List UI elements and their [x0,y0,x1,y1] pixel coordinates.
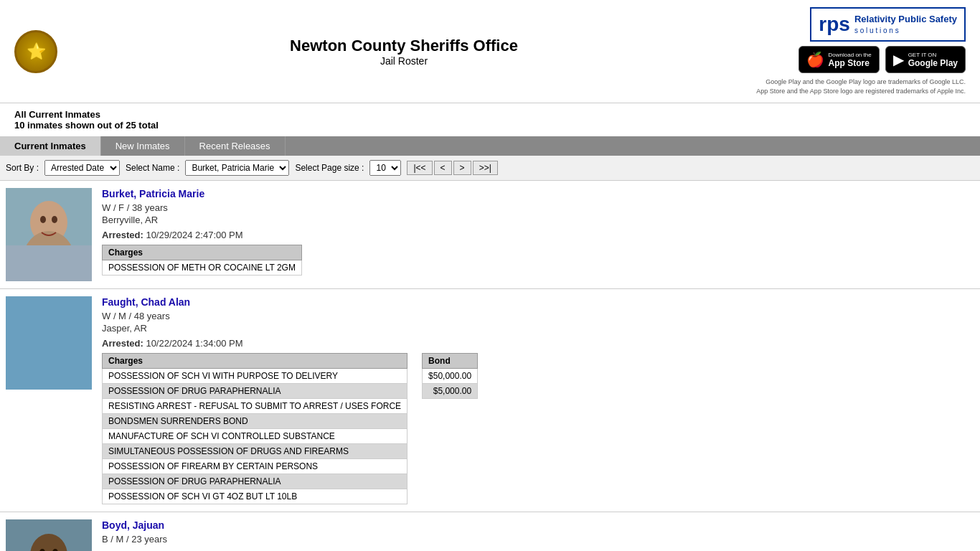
inmate-details: Burket, Patricia Marie W / F / 38 years … [102,188,974,281]
sheriff-badge-icon: ⭐ [14,30,57,73]
charge-item: BONDSMEN SURRENDERS BOND [103,414,407,429]
site-title: Newton County Sheriffs Office [72,37,736,55]
inmate-name[interactable]: Burket, Patricia Marie [102,188,974,199]
inmate-location: , [102,546,974,551]
header-left: ⭐ [14,30,72,73]
inmate-arrested: Arrested: 10/29/2024 2:47:00 PM [102,230,974,240]
bond-header: Bond [423,354,478,369]
inmate-photo [6,188,92,281]
app-buttons: 🍎 Download on the App Store ▶ GET IT ON … [798,46,966,73]
inmates-count-line1: All Current Inmates [14,109,966,120]
apple-appstore-button[interactable]: 🍎 Download on the App Store [798,46,880,73]
last-page-button[interactable]: >>| [473,161,498,175]
tabs-bar: Current Inmates New Inmates Recent Relea… [0,136,980,156]
inmate-demographics: W / M / 48 years [102,311,974,321]
controls-bar: Sort By : Arrested Date Select Name : Bu… [0,156,980,181]
tab-new-inmates[interactable]: New Inmates [101,136,185,156]
app-disclaimer: Google Play and the Google Play logo are… [756,77,966,95]
table-row: Burket, Patricia Marie W / F / 38 years … [0,181,980,289]
prev-page-button[interactable]: < [434,161,452,175]
bond-table: Bond $50,000.00 $5,000.00 [422,353,478,399]
svg-point-3 [40,216,46,223]
sort-by-select[interactable]: Arrested Date [44,160,120,176]
charge-item: POSSESSION OF DRUG PARAPHERNALIA [103,384,407,399]
info-bar: All Current Inmates 10 inmates shown out… [0,103,980,136]
charges-table: Charges POSSESSION OF METH OR COCAINE LT… [102,245,302,276]
charge-item: POSSESSION OF SCH VI GT 4OZ BUT LT 10LB [103,489,407,504]
page-size-select[interactable]: 10 25 50 [369,160,401,176]
pagination-controls: |<< < > >>| [407,161,497,175]
inmate-details: Faught, Chad Alan W / M / 48 years Jaspe… [102,296,974,504]
inmate-photo [6,519,92,551]
charges-bond-section: Charges POSSESSION OF METH OR COCAINE LT… [102,245,974,276]
charge-item: POSSESSION OF METH OR COCAINE LT 2GM [103,260,302,276]
google-big-text: Google Play [908,58,958,68]
rps-letters: rps [819,13,850,36]
inmate-location: Berryville, AR [102,215,974,225]
rps-title-line1: Relativity Public Safety [854,14,957,26]
inmate-name[interactable]: Boyd, Jajuan [102,519,974,531]
apple-small-text: Download on the [829,52,872,58]
charges-bond-section: Charges POSSESSION OF SCH VI WITH PURPOS… [102,353,974,504]
select-name-label: Select Name : [126,163,179,173]
rps-logo: rps Relativity Public Safety s o l u t i… [810,7,966,42]
inmate-demographics: W / F / 38 years [102,202,974,213]
table-row: Faught, Chad Alan W / M / 48 years Jaspe… [0,289,980,512]
google-small-text: GET IT ON [908,52,958,58]
google-play-button[interactable]: ▶ GET IT ON Google Play [885,46,966,73]
header-center: Newton County Sheriffs Office Jail Roste… [72,37,736,67]
apple-big-text: App Store [829,58,872,68]
rps-text: Relativity Public Safety s o l u t i o n… [854,14,957,35]
inmates-count-line2: 10 inmates shown out of 25 total [14,120,966,131]
bond-item: $5,000.00 [423,384,478,399]
site-subtitle: Jail Roster [72,55,736,67]
charges-header: Charges [103,354,407,369]
name-select[interactable]: Burket, Patricia Marie [185,160,289,176]
charge-item: POSSESSION OF FIREARM BY CERTAIN PERSONS [103,459,407,474]
table-row: Boyd, Jajuan B / M / 23 years , Arrested… [0,512,980,551]
tab-recent-releases[interactable]: Recent Releases [185,136,286,156]
bond-item: $50,000.00 [423,369,478,384]
inmate-list: Burket, Patricia Marie W / F / 38 years … [0,181,980,551]
charge-item: POSSESSION OF DRUG PARAPHERNALIA [103,474,407,489]
svg-rect-5 [6,245,92,281]
inmate-details: Boyd, Jajuan B / M / 23 years , Arrested… [102,519,974,551]
inmate-demographics: B / M / 23 years [102,534,974,545]
charge-item: POSSESSION OF SCH VI WITH PURPOSE TO DEL… [103,369,407,384]
first-page-button[interactable]: |<< [407,161,432,175]
inmate-location: Jasper, AR [102,323,974,334]
rps-title-line2: s o l u t i o n s [854,26,957,35]
sort-by-label: Sort By : [6,163,39,173]
inmate-arrested: Arrested: 10/22/2024 1:34:00 PM [102,338,974,349]
apple-icon: 🍎 [806,51,824,68]
inmate-photo-placeholder [6,296,92,390]
google-icon: ▶ [893,51,904,68]
header-right: rps Relativity Public Safety s o l u t i… [736,7,966,95]
charge-item: MANUFACTURE OF SCH VI CONTROLLED SUBSTAN… [103,429,407,444]
charges-header: Charges [103,245,302,260]
next-page-button[interactable]: > [453,161,471,175]
charges-table: Charges POSSESSION OF SCH VI WITH PURPOS… [102,353,407,504]
page-size-label: Select Page size : [295,163,364,173]
charge-item: SIMULTANEOUS POSSESSION OF DRUGS AND FIR… [103,444,407,459]
svg-point-4 [52,216,57,223]
charge-item: RESISTING ARREST - REFUSAL TO SUBMIT TO … [103,399,407,414]
tab-current-inmates[interactable]: Current Inmates [0,136,101,156]
inmate-name[interactable]: Faught, Chad Alan [102,296,974,308]
